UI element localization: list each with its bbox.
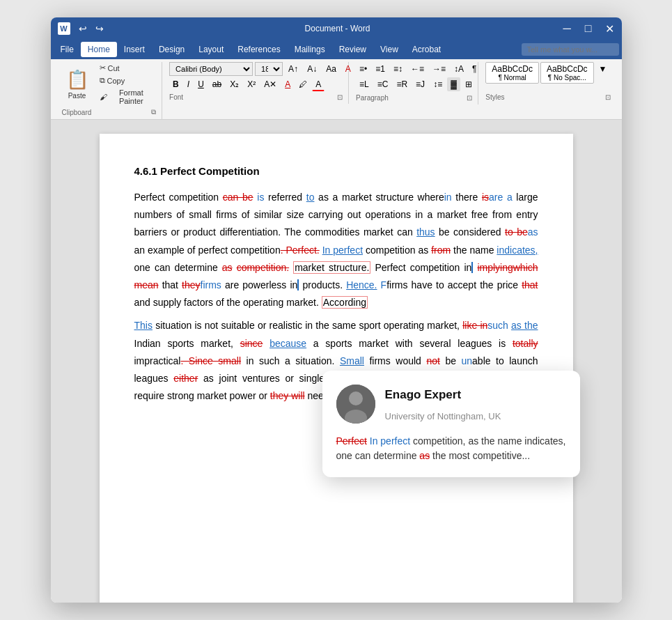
redo-button[interactable]: ↪ (93, 23, 107, 34)
line-spacing-button[interactable]: ↕≡ (430, 77, 446, 91)
font-size-select[interactable]: 18 (255, 62, 283, 76)
bold-button[interactable]: B (169, 77, 182, 91)
styles-label: Styles (485, 93, 504, 101)
paragraph-expand[interactable]: ⊡ (467, 94, 472, 102)
justify-button[interactable]: ≡J (412, 77, 428, 91)
underline-button[interactable]: U (194, 77, 208, 91)
title-bar: W ↩ ↪ Document - Word ─ □ ✕ (51, 17, 622, 40)
styles-more-button[interactable]: ▼ (595, 62, 611, 76)
expert-avatar (336, 385, 375, 424)
align-left-button[interactable]: ≡L (356, 77, 373, 91)
clipboard-group: 📋 Paste ✂Cut ⧉Copy 🖌Format Pain (56, 62, 163, 119)
copy-button[interactable]: ⧉Copy (97, 75, 157, 86)
italic-button[interactable]: I (184, 77, 193, 91)
border-button[interactable]: ⊞ (462, 77, 476, 91)
menu-insert[interactable]: Insert (117, 42, 152, 57)
menu-bar: File Home Insert Design Layout Reference… (51, 40, 622, 59)
expert-university: University of Nottingham, UK (385, 408, 501, 424)
expert-body-text: Perfect In perfect competition, as the n… (336, 434, 566, 463)
shading-button[interactable]: ▓ (447, 77, 460, 91)
cut-button[interactable]: ✂Cut (97, 62, 157, 74)
highlight-color-button[interactable]: 🖊 (295, 77, 311, 91)
word-window: W ↩ ↪ Document - Word ─ □ ✕ File Home In… (51, 17, 622, 603)
sort-button[interactable]: ↕A (451, 62, 467, 76)
expert-inserted-text: In perfect (370, 435, 410, 447)
text-color-button[interactable]: A (312, 77, 325, 91)
document-page: 4.6.1 Perfect Competition Perfect compet… (100, 134, 573, 603)
show-formatting-button[interactable]: ¶ (469, 62, 480, 76)
svg-point-1 (349, 392, 363, 405)
menu-layout[interactable]: Layout (192, 42, 230, 57)
align-right-button[interactable]: ≡R (393, 77, 411, 91)
expert-deleted-text: Perfect (336, 435, 367, 447)
clipboard-expand[interactable]: ⧉ (151, 108, 156, 116)
expert-deleted-text2: as (419, 450, 430, 461)
expert-body-2: the most competitive... (432, 450, 530, 461)
increase-indent-button[interactable]: →≡ (429, 62, 449, 76)
menu-view[interactable]: View (373, 42, 405, 57)
paragraph-1: Perfect competition can be is referred t… (134, 189, 538, 311)
clipboard-label: Clipboard (62, 109, 92, 116)
strikethrough-button[interactable]: ab (209, 77, 225, 91)
expert-name: Enago Expert (385, 385, 501, 406)
multilevel-button[interactable]: ≡↕ (390, 62, 406, 76)
menu-references[interactable]: References (230, 42, 287, 57)
decrease-indent-button[interactable]: ←≡ (407, 62, 428, 76)
font-name-select[interactable]: Calibri (Body) (169, 62, 253, 76)
paragraph-label: Paragraph (356, 94, 389, 102)
superscript-button[interactable]: X² (244, 77, 259, 91)
word-icon: W (58, 22, 70, 35)
ribbon-search[interactable] (522, 43, 619, 56)
title-bar-controls: ↩ ↪ (76, 23, 107, 34)
menu-acrobat[interactable]: Acrobat (405, 42, 448, 57)
expert-header: Enago Expert University of Nottingham, U… (336, 385, 566, 424)
menu-design[interactable]: Design (152, 42, 192, 57)
menu-file[interactable]: File (54, 42, 81, 57)
menu-home[interactable]: Home (81, 42, 117, 57)
numbering-button[interactable]: ≡1 (372, 62, 389, 76)
style-nospace[interactable]: AaBbCcDc ¶ No Spac... (540, 62, 594, 84)
format-painter-button[interactable]: 🖌Format Painter (97, 87, 157, 107)
decrease-font-button[interactable]: A↓ (304, 62, 320, 76)
expert-info: Enago Expert University of Nottingham, U… (385, 385, 501, 424)
clear-format-button[interactable]: A✕ (260, 77, 280, 91)
font-label: Font (169, 93, 183, 101)
styles-group: AaBbCcDc ¶ Normal AaBbCcDc ¶ No Spac... … (480, 62, 616, 104)
minimize-button[interactable]: ─ (563, 22, 570, 36)
close-button[interactable]: ✕ (605, 22, 614, 36)
font-expand[interactable]: ⊡ (337, 93, 343, 101)
expert-card: Enago Expert University of Nottingham, U… (322, 371, 580, 477)
paragraph-group: ≡• ≡1 ≡↕ ←≡ →≡ ↕A ¶ ≡L ≡C ≡R ≡J ↕≡ ▓ ⊞ (350, 62, 478, 104)
undo-button[interactable]: ↩ (76, 23, 90, 34)
window-title: Document - Word (305, 24, 370, 33)
ribbon: 📋 Paste ✂Cut ⧉Copy 🖌Format Pain (51, 59, 622, 120)
paste-button[interactable]: 📋 Paste (62, 66, 93, 102)
font-case-button[interactable]: Aa (322, 62, 340, 76)
subscript-button[interactable]: X₂ (226, 77, 242, 91)
font-color-button[interactable]: A (281, 77, 294, 91)
menu-review[interactable]: Review (332, 42, 373, 57)
font-group: Calibri (Body) 18 A↑ A↓ Aa A B I U ab X₂ (164, 62, 349, 104)
styles-expand[interactable]: ⊡ (605, 93, 611, 101)
document-heading: 4.6.1 Perfect Competition (134, 162, 538, 180)
style-normal[interactable]: AaBbCcDc ¶ Normal (485, 62, 539, 84)
document-area: 4.6.1 Perfect Competition Perfect compet… (51, 120, 622, 603)
increase-font-button[interactable]: A↑ (285, 62, 302, 76)
maximize-button[interactable]: □ (585, 22, 592, 36)
align-center-button[interactable]: ≡C (374, 77, 392, 91)
bullets-button[interactable]: ≡• (356, 62, 370, 76)
menu-mailings[interactable]: Mailings (288, 42, 332, 57)
